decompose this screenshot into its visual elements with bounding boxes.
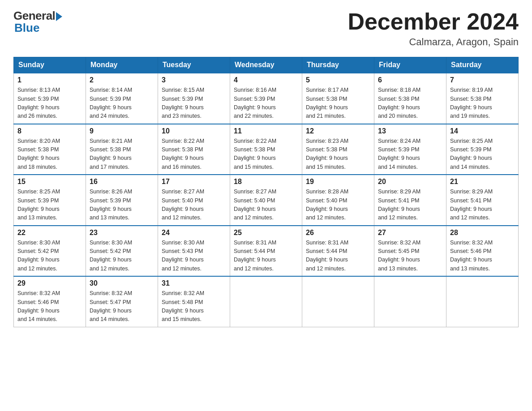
day-info: Sunrise: 8:15 AMSunset: 5:39 PMDaylight:… [162,86,226,121]
day-number: 9 [90,127,154,135]
day-info: Sunrise: 8:31 AMSunset: 5:44 PMDaylight:… [306,239,370,274]
day-info: Sunrise: 8:13 AMSunset: 5:39 PMDaylight:… [17,86,82,121]
calendar-header-thursday: Thursday [302,57,374,73]
day-number: 22 [17,229,82,237]
calendar-cell: 19Sunrise: 8:28 AMSunset: 5:40 PMDayligh… [302,175,374,226]
day-info: Sunrise: 8:32 AMSunset: 5:46 PMDaylight:… [450,239,515,274]
day-number: 29 [17,279,82,287]
day-number: 6 [378,76,442,84]
day-number: 7 [450,76,515,84]
day-number: 5 [306,76,370,84]
day-info: Sunrise: 8:25 AMSunset: 5:39 PMDaylight:… [17,188,82,223]
calendar-cell: 14Sunrise: 8:25 AMSunset: 5:39 PMDayligh… [446,124,519,175]
day-number: 11 [234,127,298,135]
day-number: 27 [378,229,442,237]
month-title: December 2024 [348,9,519,34]
calendar-cell: 13Sunrise: 8:24 AMSunset: 5:39 PMDayligh… [374,124,446,175]
calendar-cell: 18Sunrise: 8:27 AMSunset: 5:40 PMDayligh… [230,175,302,226]
day-info: Sunrise: 8:23 AMSunset: 5:38 PMDaylight:… [306,137,370,172]
day-number: 21 [450,178,515,186]
calendar-cell: 25Sunrise: 8:31 AMSunset: 5:44 PMDayligh… [230,226,302,277]
day-info: Sunrise: 8:32 AMSunset: 5:48 PMDaylight:… [162,289,226,324]
day-info: Sunrise: 8:26 AMSunset: 5:39 PMDaylight:… [90,188,154,223]
day-info: Sunrise: 8:20 AMSunset: 5:38 PMDaylight:… [17,137,82,172]
calendar-cell: 23Sunrise: 8:30 AMSunset: 5:42 PMDayligh… [86,226,158,277]
calendar-cell: 3Sunrise: 8:15 AMSunset: 5:39 PMDaylight… [158,73,230,124]
calendar-cell: 4Sunrise: 8:16 AMSunset: 5:39 PMDaylight… [230,73,302,124]
day-info: Sunrise: 8:31 AMSunset: 5:44 PMDaylight:… [234,239,298,274]
day-info: Sunrise: 8:25 AMSunset: 5:39 PMDaylight:… [450,137,515,172]
week-row-1: 1Sunrise: 8:13 AMSunset: 5:39 PMDaylight… [14,73,519,124]
day-number: 14 [450,127,515,135]
day-info: Sunrise: 8:28 AMSunset: 5:40 PMDaylight:… [306,188,370,223]
day-info: Sunrise: 8:29 AMSunset: 5:41 PMDaylight:… [450,188,515,223]
calendar-cell: 31Sunrise: 8:32 AMSunset: 5:48 PMDayligh… [158,276,230,327]
day-number: 3 [162,76,226,84]
calendar-cell [302,276,374,327]
calendar-header-friday: Friday [374,57,446,73]
week-row-3: 15Sunrise: 8:25 AMSunset: 5:39 PMDayligh… [14,175,519,226]
day-number: 30 [90,279,154,287]
calendar-cell: 15Sunrise: 8:25 AMSunset: 5:39 PMDayligh… [14,175,86,226]
day-number: 15 [17,178,82,186]
day-number: 18 [234,178,298,186]
day-info: Sunrise: 8:17 AMSunset: 5:38 PMDaylight:… [306,86,370,121]
day-number: 10 [162,127,226,135]
day-info: Sunrise: 8:30 AMSunset: 5:43 PMDaylight:… [162,239,226,274]
calendar-header-tuesday: Tuesday [158,57,230,73]
location-text: Calmarza, Aragon, Spain [348,36,519,48]
logo-triangle-icon [56,12,62,21]
calendar-cell: 2Sunrise: 8:14 AMSunset: 5:39 PMDaylight… [86,73,158,124]
calendar-header-row: SundayMondayTuesdayWednesdayThursdayFrid… [14,57,519,73]
day-number: 17 [162,178,226,186]
day-number: 12 [306,127,370,135]
calendar-cell: 17Sunrise: 8:27 AMSunset: 5:40 PMDayligh… [158,175,230,226]
day-number: 8 [17,127,82,135]
calendar-cell: 1Sunrise: 8:13 AMSunset: 5:39 PMDaylight… [14,73,86,124]
page-header: General Blue December 2024 Calmarza, Ara… [13,9,519,48]
day-number: 1 [17,76,82,84]
week-row-2: 8Sunrise: 8:20 AMSunset: 5:38 PMDaylight… [14,124,519,175]
day-info: Sunrise: 8:30 AMSunset: 5:42 PMDaylight:… [90,239,154,274]
week-row-5: 29Sunrise: 8:32 AMSunset: 5:46 PMDayligh… [14,276,519,327]
calendar-header-saturday: Saturday [446,57,519,73]
day-number: 2 [90,76,154,84]
day-number: 23 [90,229,154,237]
day-number: 13 [378,127,442,135]
calendar-cell: 11Sunrise: 8:22 AMSunset: 5:38 PMDayligh… [230,124,302,175]
day-info: Sunrise: 8:18 AMSunset: 5:38 PMDaylight:… [378,86,442,121]
day-info: Sunrise: 8:27 AMSunset: 5:40 PMDaylight:… [234,188,298,223]
calendar-cell: 28Sunrise: 8:32 AMSunset: 5:46 PMDayligh… [446,226,519,277]
day-info: Sunrise: 8:32 AMSunset: 5:45 PMDaylight:… [378,239,442,274]
day-info: Sunrise: 8:22 AMSunset: 5:38 PMDaylight:… [162,137,226,172]
calendar-header-wednesday: Wednesday [230,57,302,73]
calendar-header-sunday: Sunday [14,57,86,73]
day-number: 4 [234,76,298,84]
calendar-cell: 10Sunrise: 8:22 AMSunset: 5:38 PMDayligh… [158,124,230,175]
day-info: Sunrise: 8:32 AMSunset: 5:46 PMDaylight:… [17,289,82,324]
calendar-table: SundayMondayTuesdayWednesdayThursdayFrid… [13,57,519,327]
calendar-cell: 21Sunrise: 8:29 AMSunset: 5:41 PMDayligh… [446,175,519,226]
logo: General Blue [13,9,62,35]
calendar-cell: 12Sunrise: 8:23 AMSunset: 5:38 PMDayligh… [302,124,374,175]
calendar-cell [374,276,446,327]
day-number: 16 [90,178,154,186]
day-info: Sunrise: 8:16 AMSunset: 5:39 PMDaylight:… [234,86,298,121]
calendar-cell: 6Sunrise: 8:18 AMSunset: 5:38 PMDaylight… [374,73,446,124]
day-info: Sunrise: 8:24 AMSunset: 5:39 PMDaylight:… [378,137,442,172]
calendar-cell: 9Sunrise: 8:21 AMSunset: 5:38 PMDaylight… [86,124,158,175]
calendar-cell [230,276,302,327]
calendar-cell: 5Sunrise: 8:17 AMSunset: 5:38 PMDaylight… [302,73,374,124]
calendar-cell: 22Sunrise: 8:30 AMSunset: 5:42 PMDayligh… [14,226,86,277]
day-number: 28 [450,229,515,237]
day-number: 25 [234,229,298,237]
day-number: 19 [306,178,370,186]
day-info: Sunrise: 8:32 AMSunset: 5:47 PMDaylight:… [90,289,154,324]
calendar-cell: 27Sunrise: 8:32 AMSunset: 5:45 PMDayligh… [374,226,446,277]
calendar-cell: 20Sunrise: 8:29 AMSunset: 5:41 PMDayligh… [374,175,446,226]
calendar-cell: 29Sunrise: 8:32 AMSunset: 5:46 PMDayligh… [14,276,86,327]
calendar-cell: 24Sunrise: 8:30 AMSunset: 5:43 PMDayligh… [158,226,230,277]
calendar-cell: 16Sunrise: 8:26 AMSunset: 5:39 PMDayligh… [86,175,158,226]
calendar-cell: 30Sunrise: 8:32 AMSunset: 5:47 PMDayligh… [86,276,158,327]
day-info: Sunrise: 8:29 AMSunset: 5:41 PMDaylight:… [378,188,442,223]
